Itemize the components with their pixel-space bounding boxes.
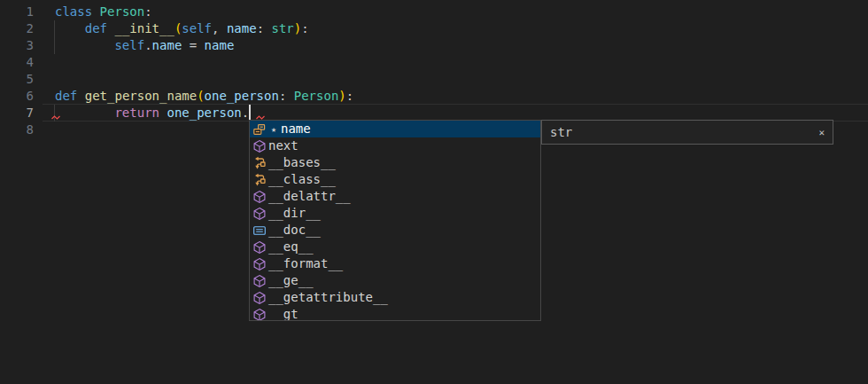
method-symbol-icon xyxy=(252,207,267,221)
code-editor: 12345678 class Person: def __init__(self… xyxy=(0,0,868,384)
editor-gutter: 12345678 xyxy=(0,4,34,138)
suggestion-item[interactable]: __format__ xyxy=(250,255,540,272)
suggestion-item[interactable]: __getattribute__ xyxy=(250,289,540,306)
suggestion-item[interactable]: __class__ xyxy=(250,171,540,188)
suggestion-label: __getattribute__ xyxy=(268,289,388,306)
text-cursor xyxy=(249,105,251,120)
suggestion-label: __delattr__ xyxy=(268,188,351,205)
suggestion-item[interactable]: next xyxy=(250,137,540,154)
suggestion-item[interactable]: ★name xyxy=(250,121,540,137)
class-symbol-icon xyxy=(252,156,267,170)
indent-guide xyxy=(54,37,55,54)
code-line[interactable]: self.name = name xyxy=(55,37,353,54)
suggestion-label: __bases__ xyxy=(268,154,336,171)
suggestion-item[interactable]: __gt__ xyxy=(250,306,540,321)
method-symbol-icon xyxy=(252,139,267,153)
suggestion-item[interactable]: __dir__ xyxy=(250,205,540,222)
indent-guide xyxy=(54,20,55,37)
suggestion-item[interactable]: __delattr__ xyxy=(250,188,540,205)
line-number: 7 xyxy=(0,105,34,121)
code-line[interactable] xyxy=(55,54,353,71)
line-number: 5 xyxy=(0,71,34,88)
suggestion-label: __dir__ xyxy=(268,205,321,222)
suggestion-label: __ge__ xyxy=(268,272,314,289)
suggestion-label: __eq__ xyxy=(268,239,314,255)
code-line[interactable]: def get_person_name(one_person: Person): xyxy=(55,88,353,105)
line-number: 2 xyxy=(0,20,34,37)
suggestion-label: __format__ xyxy=(268,255,343,272)
method-symbol-icon xyxy=(252,190,267,204)
close-icon[interactable]: ✕ xyxy=(818,128,825,137)
suggest-widget-list: ★name next __bases__ __class__ __delattr… xyxy=(249,120,541,321)
method-symbol-icon xyxy=(252,257,267,271)
line-number: 3 xyxy=(0,37,34,54)
suggestion-label: __doc__ xyxy=(268,222,321,239)
line-number: 6 xyxy=(0,88,34,105)
suggestion-item[interactable]: __ge__ xyxy=(250,272,540,289)
suggestion-item[interactable]: __eq__ xyxy=(250,239,540,255)
code-line[interactable]: class Person: xyxy=(55,4,353,20)
line-number: 8 xyxy=(0,121,34,138)
method-symbol-icon xyxy=(252,291,267,305)
constant-symbol-icon xyxy=(252,223,267,238)
suggestion-label: name xyxy=(281,121,311,137)
suggestion-item[interactable]: __bases__ xyxy=(250,154,540,171)
code-line[interactable] xyxy=(55,71,353,88)
line-number: 4 xyxy=(0,54,34,71)
code-area[interactable]: class Person: def __init__(self, name: s… xyxy=(55,4,353,138)
field-symbol-icon xyxy=(252,122,267,137)
suggest-docs-panel: str ✕ xyxy=(541,120,833,145)
docs-type-text: str xyxy=(550,125,572,139)
star-icon: ★ xyxy=(268,124,279,134)
code-line[interactable]: def __init__(self, name: str): xyxy=(55,20,353,37)
suggestion-label: __class__ xyxy=(268,171,336,188)
method-symbol-icon xyxy=(252,308,267,322)
error-squiggle xyxy=(51,115,62,120)
method-symbol-icon xyxy=(252,240,267,255)
line-number: 1 xyxy=(0,4,34,20)
class-symbol-icon xyxy=(252,173,267,187)
suggestion-label: __gt__ xyxy=(268,306,314,321)
suggestion-item[interactable]: __doc__ xyxy=(250,222,540,239)
suggestion-label: next xyxy=(268,137,298,154)
method-symbol-icon xyxy=(252,274,267,288)
